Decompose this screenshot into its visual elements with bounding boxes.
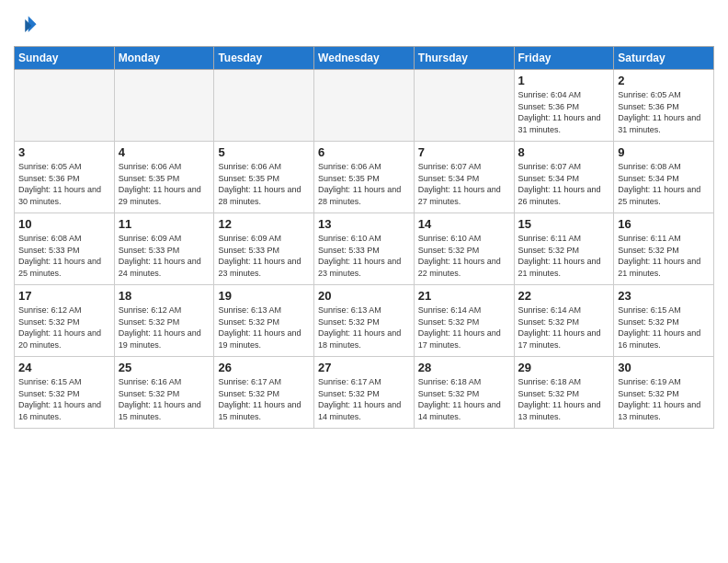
weekday-header-sunday: Sunday	[15, 47, 115, 70]
day-detail: Sunrise: 6:08 AM Sunset: 5:33 PM Dayligh…	[18, 233, 110, 279]
weekday-header-row: SundayMondayTuesdayWednesdayThursdayFrid…	[15, 47, 714, 70]
calendar-cell: 26Sunrise: 6:17 AM Sunset: 5:32 PM Dayli…	[214, 357, 314, 429]
day-detail: Sunrise: 6:09 AM Sunset: 5:33 PM Dayligh…	[119, 233, 210, 279]
calendar-cell: 7Sunrise: 6:07 AM Sunset: 5:34 PM Daylig…	[414, 142, 514, 213]
calendar-cell: 11Sunrise: 6:09 AM Sunset: 5:33 PM Dayli…	[114, 213, 214, 285]
day-detail: Sunrise: 6:05 AM Sunset: 5:36 PM Dayligh…	[618, 89, 710, 135]
day-number: 27	[318, 361, 410, 374]
calendar-cell: 16Sunrise: 6:11 AM Sunset: 5:32 PM Dayli…	[614, 213, 714, 285]
calendar-cell: 13Sunrise: 6:10 AM Sunset: 5:33 PM Dayli…	[314, 213, 415, 285]
day-number: 14	[418, 217, 510, 231]
weekday-header-wednesday: Wednesday	[314, 47, 415, 70]
day-detail: Sunrise: 6:08 AM Sunset: 5:34 PM Dayligh…	[618, 161, 710, 207]
calendar-cell: 9Sunrise: 6:08 AM Sunset: 5:34 PM Daylig…	[614, 142, 714, 213]
calendar-cell: 3Sunrise: 6:05 AM Sunset: 5:36 PM Daylig…	[15, 142, 115, 213]
calendar-cell: 15Sunrise: 6:11 AM Sunset: 5:32 PM Dayli…	[514, 213, 614, 285]
day-number: 28	[418, 361, 510, 374]
day-number: 5	[218, 145, 310, 159]
week-row-3: 17Sunrise: 6:12 AM Sunset: 5:32 PM Dayli…	[15, 285, 714, 357]
day-detail: Sunrise: 6:19 AM Sunset: 5:32 PM Dayligh…	[618, 376, 710, 422]
week-row-1: 3Sunrise: 6:05 AM Sunset: 5:36 PM Daylig…	[15, 142, 714, 213]
day-number: 22	[518, 289, 610, 303]
calendar-cell: 4Sunrise: 6:06 AM Sunset: 5:35 PM Daylig…	[114, 142, 214, 213]
page: SundayMondayTuesdayWednesdayThursdayFrid…	[0, 0, 728, 442]
calendar-cell: 6Sunrise: 6:06 AM Sunset: 5:35 PM Daylig…	[314, 142, 415, 213]
day-number: 6	[318, 145, 410, 159]
day-number: 25	[119, 361, 210, 374]
calendar-cell	[314, 70, 415, 142]
day-number: 24	[18, 361, 110, 374]
calendar-cell: 5Sunrise: 6:06 AM Sunset: 5:35 PM Daylig…	[214, 142, 314, 213]
logo-icon	[14, 13, 40, 39]
calendar-cell: 21Sunrise: 6:14 AM Sunset: 5:32 PM Dayli…	[414, 285, 514, 357]
calendar-cell	[114, 70, 214, 142]
weekday-header-saturday: Saturday	[614, 47, 714, 70]
week-row-2: 10Sunrise: 6:08 AM Sunset: 5:33 PM Dayli…	[15, 213, 714, 285]
calendar-cell: 20Sunrise: 6:13 AM Sunset: 5:32 PM Dayli…	[314, 285, 415, 357]
day-detail: Sunrise: 6:10 AM Sunset: 5:33 PM Dayligh…	[318, 233, 410, 279]
day-detail: Sunrise: 6:10 AM Sunset: 5:32 PM Dayligh…	[418, 233, 510, 279]
weekday-header-tuesday: Tuesday	[214, 47, 314, 70]
calendar-cell	[414, 70, 514, 142]
day-number: 30	[618, 361, 710, 374]
day-number: 12	[218, 217, 310, 231]
day-number: 4	[119, 145, 210, 159]
weekday-header-friday: Friday	[514, 47, 614, 70]
day-detail: Sunrise: 6:06 AM Sunset: 5:35 PM Dayligh…	[218, 161, 310, 207]
calendar-cell: 1Sunrise: 6:04 AM Sunset: 5:36 PM Daylig…	[514, 70, 614, 142]
day-detail: Sunrise: 6:06 AM Sunset: 5:35 PM Dayligh…	[318, 161, 410, 207]
calendar-cell: 30Sunrise: 6:19 AM Sunset: 5:32 PM Dayli…	[614, 357, 714, 429]
calendar-cell	[15, 70, 115, 142]
calendar-cell: 25Sunrise: 6:16 AM Sunset: 5:32 PM Dayli…	[114, 357, 214, 429]
day-number: 3	[18, 145, 110, 159]
day-detail: Sunrise: 6:07 AM Sunset: 5:34 PM Dayligh…	[518, 161, 610, 207]
day-detail: Sunrise: 6:14 AM Sunset: 5:32 PM Dayligh…	[418, 304, 510, 350]
calendar-cell: 24Sunrise: 6:15 AM Sunset: 5:32 PM Dayli…	[15, 357, 115, 429]
day-detail: Sunrise: 6:17 AM Sunset: 5:32 PM Dayligh…	[318, 376, 410, 422]
calendar-cell: 14Sunrise: 6:10 AM Sunset: 5:32 PM Dayli…	[414, 213, 514, 285]
calendar-cell: 19Sunrise: 6:13 AM Sunset: 5:32 PM Dayli…	[214, 285, 314, 357]
day-detail: Sunrise: 6:13 AM Sunset: 5:32 PM Dayligh…	[318, 304, 410, 350]
day-number: 1	[518, 74, 610, 87]
weekday-header-monday: Monday	[114, 47, 214, 70]
day-detail: Sunrise: 6:11 AM Sunset: 5:32 PM Dayligh…	[618, 233, 710, 279]
day-number: 8	[518, 145, 610, 159]
day-detail: Sunrise: 6:04 AM Sunset: 5:36 PM Dayligh…	[518, 89, 610, 135]
day-number: 9	[618, 145, 710, 159]
day-number: 21	[418, 289, 510, 303]
day-detail: Sunrise: 6:05 AM Sunset: 5:36 PM Dayligh…	[18, 161, 110, 207]
calendar-cell	[214, 70, 314, 142]
calendar-cell: 2Sunrise: 6:05 AM Sunset: 5:36 PM Daylig…	[614, 70, 714, 142]
header	[14, 9, 714, 39]
day-number: 2	[618, 74, 710, 87]
day-number: 26	[218, 361, 310, 374]
day-number: 20	[318, 289, 410, 303]
day-detail: Sunrise: 6:16 AM Sunset: 5:32 PM Dayligh…	[119, 376, 210, 422]
day-detail: Sunrise: 6:14 AM Sunset: 5:32 PM Dayligh…	[518, 304, 610, 350]
day-number: 11	[119, 217, 210, 231]
calendar-cell: 29Sunrise: 6:18 AM Sunset: 5:32 PM Dayli…	[514, 357, 614, 429]
day-detail: Sunrise: 6:17 AM Sunset: 5:32 PM Dayligh…	[218, 376, 310, 422]
day-number: 13	[318, 217, 410, 231]
week-row-0: 1Sunrise: 6:04 AM Sunset: 5:36 PM Daylig…	[15, 70, 714, 142]
day-number: 17	[18, 289, 110, 303]
weekday-header-thursday: Thursday	[414, 47, 514, 70]
calendar-cell: 12Sunrise: 6:09 AM Sunset: 5:33 PM Dayli…	[214, 213, 314, 285]
day-number: 18	[119, 289, 210, 303]
day-detail: Sunrise: 6:18 AM Sunset: 5:32 PM Dayligh…	[518, 376, 610, 422]
day-number: 10	[18, 217, 110, 231]
calendar-cell: 23Sunrise: 6:15 AM Sunset: 5:32 PM Dayli…	[614, 285, 714, 357]
day-number: 19	[218, 289, 310, 303]
day-detail: Sunrise: 6:12 AM Sunset: 5:32 PM Dayligh…	[119, 304, 210, 350]
day-detail: Sunrise: 6:09 AM Sunset: 5:33 PM Dayligh…	[218, 233, 310, 279]
day-detail: Sunrise: 6:15 AM Sunset: 5:32 PM Dayligh…	[618, 304, 710, 350]
day-detail: Sunrise: 6:18 AM Sunset: 5:32 PM Dayligh…	[418, 376, 510, 422]
day-number: 29	[518, 361, 610, 374]
day-detail: Sunrise: 6:15 AM Sunset: 5:32 PM Dayligh…	[18, 376, 110, 422]
day-detail: Sunrise: 6:06 AM Sunset: 5:35 PM Dayligh…	[119, 161, 210, 207]
day-number: 7	[418, 145, 510, 159]
week-row-4: 24Sunrise: 6:15 AM Sunset: 5:32 PM Dayli…	[15, 357, 714, 429]
day-number: 15	[518, 217, 610, 231]
calendar-cell: 22Sunrise: 6:14 AM Sunset: 5:32 PM Dayli…	[514, 285, 614, 357]
day-detail: Sunrise: 6:12 AM Sunset: 5:32 PM Dayligh…	[18, 304, 110, 350]
